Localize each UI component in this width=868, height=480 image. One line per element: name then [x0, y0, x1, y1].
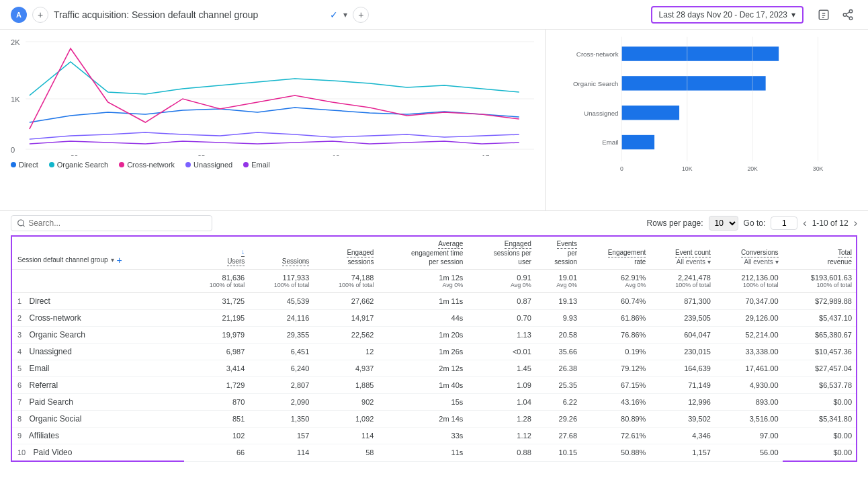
col-conversions-filter[interactable]: All events ▾ — [744, 257, 778, 266]
col-avg-label2: engagement time — [411, 249, 463, 257]
col-header-event-count[interactable]: Event count All events ▾ — [650, 236, 714, 270]
svg-line-31 — [23, 225, 24, 227]
bar-cross-network — [621, 46, 779, 61]
channel-name-2: Organic Search — [29, 330, 85, 339]
cell-channel-5[interactable]: 6 Referral — [11, 377, 184, 394]
bar-chart: Cross-network Organic Search Unassigned … — [556, 35, 857, 176]
cell-eventsps-7: 29.26 — [535, 411, 581, 428]
channel-name-1: Cross-network — [29, 313, 81, 323]
cell-avg-9: 11s — [378, 444, 467, 462]
totals-engagement-rate: 62.91% Avg 0% — [581, 270, 650, 293]
cell-users-5: 1,729 — [184, 377, 249, 394]
rows-per-page-select[interactable]: 10 25 50 — [709, 216, 738, 231]
cell-channel-2[interactable]: 3 Organic Search — [11, 327, 184, 344]
legend-organic-search: Organic Search — [49, 161, 108, 169]
add-panel-button[interactable]: + — [353, 7, 369, 23]
prev-page-button[interactable]: ‹ — [803, 217, 806, 229]
col-engaged-label2: sessions — [348, 257, 374, 266]
col-header-conversions[interactable]: Conversions All events ▾ — [715, 236, 783, 270]
cell-engpu-9: 0.88 — [467, 444, 535, 462]
cell-channel-9[interactable]: 10 Paid Video — [11, 444, 184, 462]
table-row: 10 Paid Video 66 114 58 11s 0.88 10.15 5… — [11, 444, 857, 462]
cell-channel-8[interactable]: 9 Affiliates — [11, 428, 184, 444]
cell-conversions-4: 17,461.00 — [715, 360, 783, 377]
cell-avg-3: 1m 26s — [378, 344, 467, 360]
add-tab-button[interactable]: + — [32, 7, 48, 23]
col-revenue-label2: revenue — [828, 257, 852, 266]
col-header-revenue[interactable]: Total revenue — [783, 236, 857, 270]
col-header-sessions[interactable]: Sessions — [249, 236, 313, 270]
col-engagedpu-label2: sessions per — [494, 249, 531, 257]
data-table: Session default channel group ▾ + ↓ User… — [11, 235, 857, 462]
cell-channel-7[interactable]: 8 Organic Social — [11, 411, 184, 428]
svg-text:17: 17 — [482, 153, 489, 156]
col-header-avg-engagement[interactable]: Average engagement time per session — [378, 236, 467, 270]
legend-label-unassigned: Unassigned — [193, 161, 232, 169]
cell-engrate-5: 67.15% — [581, 377, 650, 394]
search-input[interactable] — [28, 218, 206, 228]
svg-text:03: 03 — [198, 153, 205, 156]
cell-engpu-2: 1.13 — [467, 327, 535, 344]
cell-users-8: 102 — [184, 428, 249, 444]
cell-eventcount-8: 4,346 — [650, 428, 714, 444]
dimension-sort-icon: ▾ — [111, 255, 114, 264]
svg-text:Cross-network: Cross-network — [576, 50, 619, 58]
row-num-7: 8 — [17, 415, 21, 423]
cell-sessions-4: 6,240 — [249, 360, 313, 377]
cell-revenue-5: $6,537.78 — [783, 377, 857, 394]
cell-eventsps-6: 6.22 — [535, 394, 581, 411]
col-eventcount-filter[interactable]: All events ▾ — [677, 257, 711, 266]
col-header-engaged-sessions[interactable]: Engaged sessions — [313, 236, 378, 270]
cell-channel-1[interactable]: 2 Cross-network — [11, 310, 184, 327]
date-range-button[interactable]: Last 28 days Nov 20 - Dec 17, 2023 ▾ — [651, 6, 804, 24]
search-box[interactable] — [11, 215, 212, 231]
col-avg-label3: per session — [429, 257, 463, 266]
row-num-6: 7 — [17, 398, 21, 406]
legend-email: Email — [243, 161, 270, 169]
cell-engaged-3: 12 — [313, 344, 378, 360]
channel-name-5: Referral — [29, 381, 58, 390]
goto-label: Go to: — [744, 218, 766, 228]
table-toolbar: Rows per page: 10 25 50 Go to: ‹ 1-10 of… — [11, 215, 857, 231]
table-row: 2 Cross-network 21,195 24,116 14,917 44s… — [11, 310, 857, 327]
col-revenue-label: Total — [838, 248, 852, 257]
svg-text:Email: Email — [602, 138, 618, 146]
col-header-channel[interactable]: Session default channel group ▾ + — [11, 236, 184, 270]
share-icon[interactable] — [838, 5, 857, 24]
row-num-2: 3 — [17, 331, 21, 339]
cell-engaged-0: 27,662 — [313, 293, 378, 310]
cell-avg-4: 2m 12s — [378, 360, 467, 377]
legend-dot-organic-search — [49, 162, 54, 167]
cell-engaged-6: 902 — [313, 394, 378, 411]
totals-engaged-sessions: 74,188 100% of total — [313, 270, 378, 293]
cell-conversions-2: 52,214.00 — [715, 327, 783, 344]
col-header-engaged-per-user[interactable]: Engaged sessions per user — [467, 236, 535, 270]
cell-channel-4[interactable]: 5 Email — [11, 360, 184, 377]
cell-channel-0[interactable]: 1 Direct — [11, 293, 184, 310]
cell-sessions-2: 29,355 — [249, 327, 313, 344]
legend-label-organic-search: Organic Search — [57, 161, 108, 169]
edit-icon[interactable] — [814, 5, 833, 24]
cell-users-3: 6,987 — [184, 344, 249, 360]
col-header-engagement-rate[interactable]: Engagement rate — [581, 236, 650, 270]
legend-cross-network: Cross-network — [119, 161, 175, 169]
cell-eventsps-2: 20.58 — [535, 327, 581, 344]
next-page-button[interactable]: › — [854, 217, 857, 229]
cell-engrate-6: 43.16% — [581, 394, 650, 411]
col-header-users[interactable]: ↓ Users — [184, 236, 249, 270]
cell-eventcount-2: 604,047 — [650, 327, 714, 344]
cell-channel-3[interactable]: 4 Unassigned — [11, 344, 184, 360]
cell-conversions-6: 893.00 — [715, 394, 783, 411]
chevron-down-icon[interactable]: ▾ — [343, 10, 347, 19]
totals-row: 81,636 100% of total 117,933 100% of tot… — [11, 270, 857, 293]
goto-input[interactable] — [771, 216, 797, 230]
channel-name-7: Organic Social — [29, 414, 81, 424]
cell-channel-6[interactable]: 7 Paid Search — [11, 394, 184, 411]
add-dimension-button[interactable]: + — [117, 254, 122, 266]
legend-unassigned: Unassigned — [185, 161, 232, 169]
legend-direct: Direct — [11, 161, 38, 169]
col-header-events-per-session[interactable]: Events per session — [535, 236, 581, 270]
search-icon — [17, 218, 26, 228]
chart-legend: Direct Organic Search Cross-network Unas… — [11, 161, 534, 169]
table-row: 8 Organic Social 851 1,350 1,092 2m 14s … — [11, 411, 857, 428]
